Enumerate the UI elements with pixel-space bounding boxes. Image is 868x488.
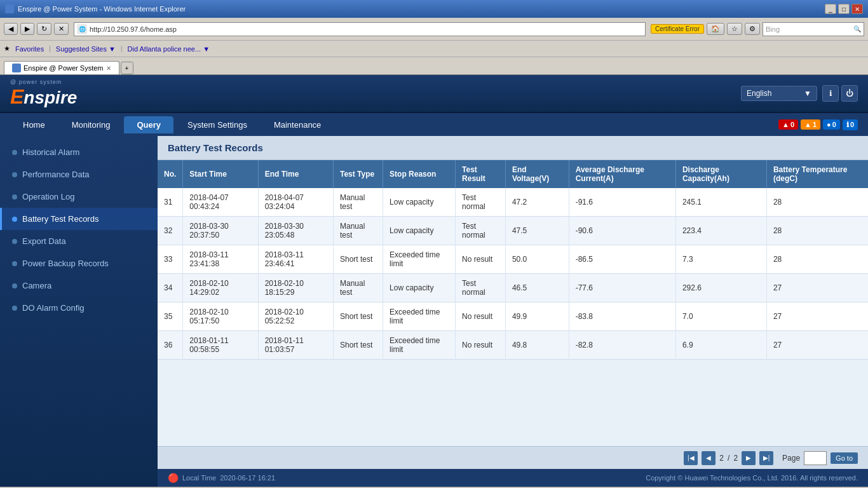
major-alarm-icon: ▲ xyxy=(804,121,811,128)
title-bar-left: Enspire @ Power System - Windows Interne… xyxy=(5,4,186,13)
sidebar-dot xyxy=(12,306,17,311)
page-number-input[interactable] xyxy=(804,451,827,465)
sidebar-label-operation-log: Operation Log xyxy=(22,192,74,201)
browser-title: Enspire @ Power System - Windows Interne… xyxy=(18,5,186,13)
sidebar-item-export-data[interactable]: Export Data xyxy=(0,230,158,252)
back-btn[interactable]: ◀ xyxy=(4,23,18,35)
first-page-btn[interactable]: |◀ xyxy=(684,451,698,465)
cell-8: 7.0 xyxy=(675,302,766,331)
tools-btn[interactable]: ⚙ xyxy=(745,23,760,35)
sidebar-item-do-alarm-config[interactable]: DO Alarm Config xyxy=(0,297,158,319)
cell-2: 2018-01-11 01:03:57 xyxy=(258,331,333,360)
sidebar-dot xyxy=(12,283,17,288)
home-btn[interactable]: 🏠 xyxy=(707,23,724,35)
minor-alarm-count: 0 xyxy=(832,121,836,128)
cell-2: 2018-03-11 23:46:41 xyxy=(258,245,333,274)
cell-2: 2018-04-07 03:24:04 xyxy=(258,188,333,217)
sidebar: Historical Alarm Performance Data Operat… xyxy=(0,136,158,487)
favorites-btn[interactable]: ☆ xyxy=(727,23,742,35)
app-container: @ power system E nspire English ▼ ℹ ⏻ Ho… xyxy=(0,75,868,487)
alarm-badges: ▲ 0 ▲ 1 ● 0 ℹ 0 xyxy=(778,119,858,130)
info-alarm-badge[interactable]: ℹ 0 xyxy=(843,119,858,130)
sidebar-item-battery-test-records[interactable]: Battery Test Records xyxy=(0,208,158,230)
minor-alarm-icon: ● xyxy=(827,121,831,128)
cell-6: 47.2 xyxy=(505,188,569,217)
sidebar-item-camera[interactable]: Camera xyxy=(0,274,158,297)
search-icon[interactable]: 🔍 xyxy=(853,25,861,32)
tab-close-btn[interactable]: ✕ xyxy=(106,65,111,72)
cell-7: -91.6 xyxy=(569,188,675,217)
tab-monitoring[interactable]: Monitoring xyxy=(59,116,123,133)
tab-bar: Enspire @ Power System ✕ + xyxy=(0,57,868,75)
sidebar-item-operation-log[interactable]: Operation Log xyxy=(0,186,158,208)
refresh-btn[interactable]: ↻ xyxy=(37,23,51,35)
last-page-btn[interactable]: ▶| xyxy=(759,451,773,465)
header-right: English ▼ ℹ ⏻ xyxy=(741,85,858,102)
table-row: 322018-03-30 20:37:502018-03-30 23:05:48… xyxy=(158,217,868,245)
maximize-btn[interactable]: □ xyxy=(838,4,850,14)
tab-query[interactable]: Query xyxy=(124,116,173,133)
suggested-sites[interactable]: Suggested Sites ▼ xyxy=(56,45,116,53)
browser-icon xyxy=(5,4,14,13)
cell-7: -86.5 xyxy=(569,245,675,274)
cert-error-badge[interactable]: Certificate Error xyxy=(651,24,704,34)
cell-0: 35 xyxy=(158,302,183,331)
sidebar-dot-active xyxy=(12,217,17,222)
browser-tab[interactable]: Enspire @ Power System ✕ xyxy=(4,61,119,74)
cell-0: 36 xyxy=(158,331,183,360)
cell-8: 6.9 xyxy=(675,331,766,360)
next-page-btn[interactable]: ▶ xyxy=(742,451,756,465)
page-header: Battery Test Records xyxy=(158,136,868,160)
critical-alarm-badge[interactable]: ▲ 0 xyxy=(778,119,798,130)
lang-dropdown-icon: ▼ xyxy=(804,89,811,98)
favorites-label[interactable]: Favorites xyxy=(15,45,44,53)
lang-value: English xyxy=(747,89,771,98)
info-alarm-icon: ℹ xyxy=(846,121,849,129)
sidebar-item-historical-alarm[interactable]: Historical Alarm xyxy=(0,141,158,163)
major-alarm-badge[interactable]: ▲ 1 xyxy=(801,119,820,130)
minor-alarm-badge[interactable]: ● 0 xyxy=(823,119,840,130)
cell-0: 34 xyxy=(158,274,183,302)
col-battery-temp: Battery Temperature (degC) xyxy=(766,160,868,188)
browser-chrome: Enspire @ Power System - Windows Interne… xyxy=(0,0,868,75)
table-row: 312018-04-07 00:43:242018-04-07 03:24:04… xyxy=(158,188,868,217)
info-alarm-count: 0 xyxy=(850,121,854,128)
cell-1: 2018-04-07 00:43:24 xyxy=(183,188,258,217)
language-selector[interactable]: English ▼ xyxy=(741,86,817,101)
search-bar[interactable]: Bing 🔍 xyxy=(763,22,864,36)
huawei-logo: 🔴 xyxy=(168,473,179,483)
toolbar-bar: ◀ ▶ ↻ ✕ 🌐 http://10.250.97.6/home.asp Ce… xyxy=(0,18,868,41)
cell-0: 32 xyxy=(158,217,183,245)
col-start-time: Start Time xyxy=(183,160,258,188)
sidebar-item-performance-data[interactable]: Performance Data xyxy=(0,163,158,186)
tab-maintenance[interactable]: Maintenance xyxy=(261,116,334,133)
favorites-bar: ★ Favorites | Suggested Sites ▼ | Did At… xyxy=(0,41,868,57)
go-to-page-btn[interactable]: Go to xyxy=(831,452,858,464)
sidebar-item-power-backup-records[interactable]: Power Backup Records xyxy=(0,252,158,274)
pagination: |◀ ◀ 2 / 2 ▶ ▶| Page Go to xyxy=(158,446,868,469)
cell-4: Exceeded time limit xyxy=(383,302,456,331)
close-btn[interactable]: ✕ xyxy=(851,4,863,14)
forward-btn[interactable]: ▶ xyxy=(20,23,34,35)
tab-home[interactable]: Home xyxy=(10,116,58,133)
prev-page-btn[interactable]: ◀ xyxy=(702,451,715,465)
col-test-type: Test Type xyxy=(333,160,383,188)
critical-alarm-count: 0 xyxy=(790,121,794,128)
address-bar[interactable]: 🌐 http://10.250.97.6/home.asp xyxy=(74,22,646,36)
cell-3: Manual test xyxy=(333,188,383,217)
app-footer: 🔴 Local Time 2020-06-17 16:21 Copyright … xyxy=(158,469,868,487)
header-icons: ℹ ⏻ xyxy=(822,85,858,102)
logout-btn[interactable]: ⏻ xyxy=(841,85,858,102)
cell-6: 49.9 xyxy=(505,302,569,331)
news-item[interactable]: Did Atlanta police nee... ▼ xyxy=(128,45,210,53)
col-test-result: Test Result xyxy=(456,160,506,188)
title-bar: Enspire @ Power System - Windows Interne… xyxy=(0,0,868,18)
cell-1: 2018-03-11 23:41:38 xyxy=(183,245,258,274)
info-btn[interactable]: ℹ xyxy=(822,85,839,102)
tab-system-settings[interactable]: System Settings xyxy=(175,116,260,133)
minimize-btn[interactable]: _ xyxy=(825,4,836,14)
new-tab-btn[interactable]: + xyxy=(121,62,133,74)
stop-btn[interactable]: ✕ xyxy=(54,23,69,35)
sidebar-dot xyxy=(12,261,17,266)
cell-5: No result xyxy=(456,331,506,360)
